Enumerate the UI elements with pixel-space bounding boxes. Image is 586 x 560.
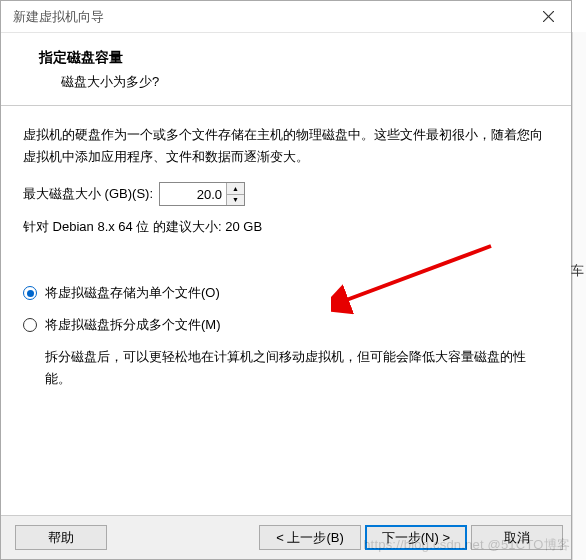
spinner-down[interactable]: ▼ bbox=[227, 195, 244, 206]
max-disk-size-label: 最大磁盘大小 (GB)(S): bbox=[23, 183, 153, 205]
background-edge bbox=[572, 32, 586, 560]
close-icon bbox=[543, 11, 554, 22]
max-disk-size-row: 最大磁盘大小 (GB)(S): ▲ ▼ bbox=[23, 182, 549, 206]
close-button[interactable] bbox=[525, 1, 571, 33]
disk-size-spinner[interactable]: ▲ ▼ bbox=[159, 182, 245, 206]
description-text: 虚拟机的硬盘作为一个或多个文件存储在主机的物理磁盘中。这些文件最初很小，随着您向… bbox=[23, 124, 549, 168]
wizard-window: 新建虚拟机向导 指定磁盘容量 磁盘大小为多少? 虚拟机的硬盘作为一个或多个文件存… bbox=[0, 0, 572, 560]
radio-single-file[interactable]: 将虚拟磁盘存储为单个文件(O) bbox=[23, 282, 549, 304]
recommended-size-text: 针对 Debian 8.x 64 位 的建议大小: 20 GB bbox=[23, 216, 549, 238]
radio-split-files[interactable]: 将虚拟磁盘拆分成多个文件(M) bbox=[23, 314, 549, 336]
radio-single-label: 将虚拟磁盘存储为单个文件(O) bbox=[45, 282, 220, 304]
help-button[interactable]: 帮助 bbox=[15, 525, 107, 550]
wizard-header: 指定磁盘容量 磁盘大小为多少? bbox=[1, 33, 571, 101]
spinner-up[interactable]: ▲ bbox=[227, 183, 244, 195]
content-area: 虚拟机的硬盘作为一个或多个文件存储在主机的物理磁盘中。这些文件最初很小，随着您向… bbox=[1, 106, 571, 389]
background-char: 车 bbox=[571, 262, 584, 280]
radio-icon bbox=[23, 318, 37, 332]
page-title: 指定磁盘容量 bbox=[39, 49, 545, 67]
window-title: 新建虚拟机向导 bbox=[13, 8, 104, 26]
titlebar: 新建虚拟机向导 bbox=[1, 1, 571, 33]
back-button[interactable]: < 上一步(B) bbox=[259, 525, 361, 550]
cancel-button[interactable]: 取消 bbox=[471, 525, 563, 550]
radio-icon-selected bbox=[23, 286, 37, 300]
spinner-buttons: ▲ ▼ bbox=[226, 183, 244, 205]
disk-storage-radio-group: 将虚拟磁盘存储为单个文件(O) 将虚拟磁盘拆分成多个文件(M) 拆分磁盘后，可以… bbox=[23, 282, 549, 389]
page-subtitle: 磁盘大小为多少? bbox=[39, 73, 545, 91]
radio-split-label: 将虚拟磁盘拆分成多个文件(M) bbox=[45, 314, 221, 336]
disk-size-input[interactable] bbox=[160, 183, 226, 205]
radio-split-description: 拆分磁盘后，可以更轻松地在计算机之间移动虚拟机，但可能会降低大容量磁盘的性能。 bbox=[45, 346, 549, 389]
button-bar: 帮助 < 上一步(B) 下一步(N) > 取消 bbox=[1, 515, 571, 559]
next-button[interactable]: 下一步(N) > bbox=[365, 525, 467, 550]
